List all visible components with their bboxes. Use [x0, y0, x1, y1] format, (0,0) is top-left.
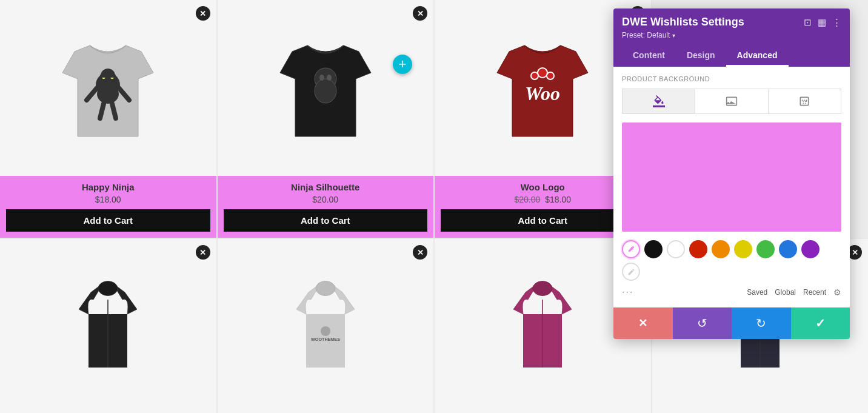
cancel-button[interactable]: ✕ [613, 307, 673, 339]
swatch-red[interactable] [689, 240, 707, 258]
redo-button[interactable]: ↻ [732, 307, 791, 339]
panel-body: Product Background [613, 67, 850, 307]
bg-type-image-btn[interactable] [695, 89, 768, 113]
bg-type-color-btn[interactable] [623, 89, 695, 113]
panel-preset[interactable]: Preset: Default ▾ [622, 31, 841, 39]
preset-dropdown-icon: ▾ [672, 32, 675, 39]
pencil-swatch[interactable] [622, 263, 640, 281]
preset-label: Preset: Default [622, 31, 670, 39]
color-fill-icon [653, 95, 665, 107]
swatch-yellow[interactable] [734, 240, 752, 258]
swatch-white[interactable] [667, 240, 685, 258]
panel-tabs: Content Design Advanced [622, 45, 841, 67]
product-sale-price-3: $18.00 [545, 195, 571, 204]
svg-point-16 [531, 72, 538, 79]
confirm-button[interactable]: ✓ [791, 307, 850, 339]
panel-header: DWE Wishlists Settings ⊡ ▦ ⋮ Preset: Def… [613, 8, 850, 67]
global-tab[interactable]: Global [775, 288, 796, 297]
svg-point-15 [538, 68, 547, 78]
product-image-2 [274, 24, 377, 152]
product-info-2: Ninja Silhouette $20.00 Add to Cart [218, 176, 434, 238]
svg-point-20 [316, 281, 335, 295]
product-name-2: Ninja Silhouette [224, 182, 428, 192]
panel-header-icons: ⊡ ▦ ⋮ [804, 17, 841, 28]
tab-advanced[interactable]: Advanced [726, 45, 789, 67]
product-price-1: $18.00 [6, 195, 210, 204]
product-card-2: ✕ Ninja Silhouette $20.00 Add to Cart [218, 0, 434, 238]
eyedropper-icon [627, 245, 635, 254]
swatch-purple[interactable] [801, 240, 820, 258]
svg-text:Woo: Woo [525, 82, 560, 104]
product-image-1 [56, 24, 159, 152]
swatch-green[interactable] [756, 240, 775, 258]
undo-icon: ↺ [697, 316, 707, 331]
confirm-icon: ✓ [815, 316, 826, 331]
product-image-3: Woo [491, 24, 594, 152]
recent-tab[interactable]: Recent [803, 288, 826, 297]
redo-icon: ↻ [756, 316, 766, 331]
product-card-6: ✕ WOOTHEMES [218, 239, 434, 413]
section-label: Product Background [622, 75, 841, 82]
product-card-1: ✕ [0, 0, 216, 238]
svg-point-18 [98, 281, 118, 295]
bg-type-row [622, 89, 841, 114]
tab-content[interactable]: Content [622, 45, 676, 67]
gradient-icon [798, 95, 810, 107]
product-card-5: ✕ [0, 239, 216, 413]
panel-actions: ✕ ↺ ↻ ✓ [613, 307, 850, 339]
panel-title: DWE Wishlists Settings [622, 16, 744, 29]
undo-button[interactable]: ↺ [673, 307, 732, 339]
cancel-icon: ✕ [638, 317, 647, 330]
layout-icon[interactable]: ▦ [818, 17, 826, 28]
close-btn-1[interactable]: ✕ [196, 6, 210, 21]
expand-icon[interactable]: ⊡ [804, 17, 812, 28]
product-image-6: WOOTHEMES [283, 278, 368, 375]
swatch-blue[interactable] [779, 240, 797, 258]
svg-point-17 [547, 72, 554, 79]
more-dots[interactable]: ··· [622, 287, 633, 298]
svg-point-23 [533, 281, 552, 295]
settings-panel: DWE Wishlists Settings ⊡ ▦ ⋮ Preset: Def… [613, 8, 850, 339]
add-to-cart-btn-1[interactable]: Add to Cart [6, 209, 210, 232]
product-image-5 [65, 278, 150, 375]
product-info-1: Happy Ninja $18.00 Add to Cart [0, 176, 216, 238]
svg-point-11 [315, 79, 336, 103]
swatch-orange[interactable] [712, 240, 730, 258]
pencil-icon [627, 268, 635, 276]
settings-gear-icon[interactable]: ⚙ [833, 287, 841, 297]
svg-text:WOOTHEMES: WOOTHEMES [311, 337, 340, 342]
saved-tabs-row: ··· Saved Global Recent ⚙ [622, 287, 841, 298]
plus-add-button[interactable]: + [393, 55, 412, 74]
svg-point-13 [327, 75, 332, 81]
close-btn-5[interactable]: ✕ [196, 245, 210, 260]
swatch-black[interactable] [644, 240, 663, 258]
bg-type-gradient-btn[interactable] [769, 89, 841, 113]
product-original-price-3: $20.00 [514, 195, 540, 204]
add-to-cart-btn-2[interactable]: Add to Cart [224, 209, 428, 232]
eyedropper-swatch[interactable] [622, 240, 640, 258]
svg-point-22 [321, 326, 330, 336]
close-btn-6[interactable]: ✕ [413, 245, 427, 260]
svg-point-5 [97, 84, 119, 104]
svg-rect-4 [100, 74, 116, 78]
svg-point-12 [319, 75, 324, 81]
color-swatches-row [622, 240, 841, 281]
color-preview [622, 123, 841, 232]
more-icon[interactable]: ⋮ [832, 17, 841, 28]
image-icon [726, 95, 738, 107]
close-btn-2[interactable]: ✕ [413, 6, 427, 21]
product-image-7 [500, 278, 585, 375]
product-price-2: $20.00 [224, 195, 428, 204]
saved-tab[interactable]: Saved [747, 288, 767, 297]
tab-design[interactable]: Design [676, 45, 726, 67]
product-name-1: Happy Ninja [6, 182, 210, 192]
